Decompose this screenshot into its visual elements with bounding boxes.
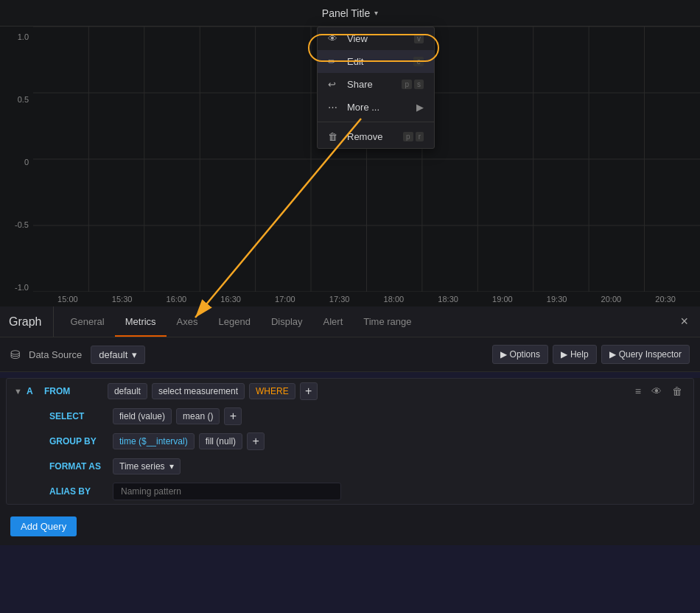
format-as-label: FORMAT AS [49, 461, 108, 472]
query-inspector-button[interactable]: ▶ Query Inspector [601, 345, 690, 364]
row-hamburger-button[interactable]: ≡ [631, 384, 645, 399]
options-arrow-icon: ▶ [500, 349, 507, 360]
y-axis: 1.0 0.5 0 -0.5 -1.0 [0, 27, 33, 306]
tab-metrics[interactable]: Metrics [115, 306, 167, 337]
x-tick: 16:30 [220, 295, 241, 304]
from-add-button[interactable]: + [300, 382, 318, 400]
y-axis-value: 0.5 [18, 95, 29, 104]
time-interval-tag[interactable]: time ($__interval) [113, 433, 195, 449]
y-axis-value: 0 [24, 158, 29, 167]
query-row-a: ▼ A FROM default select measurement WHER… [6, 378, 694, 505]
tab-general-label: General [70, 316, 104, 327]
menu-divider [318, 122, 434, 122]
alias-by-row: ALIAS BY [7, 479, 693, 504]
menu-edit-shortcut: e [413, 57, 424, 66]
shortcut-kbd-s: s [414, 80, 424, 89]
y-axis-value: 1.0 [18, 32, 29, 41]
where-tag[interactable]: WHERE [249, 383, 295, 399]
datasource-select[interactable]: default ▾ [91, 346, 145, 364]
help-label: Help [570, 349, 589, 360]
tab-general[interactable]: General [60, 306, 114, 337]
alias-by-label: ALIAS BY [49, 486, 108, 497]
y-axis-value: -1.0 [15, 283, 29, 292]
shortcut-kbd: v [414, 34, 424, 43]
menu-item-remove[interactable]: 🗑 Remove p r [318, 125, 434, 148]
menu-share-shortcut: p s [402, 80, 424, 89]
x-tick: 17:00 [275, 295, 295, 304]
group-by-label: GROUP BY [49, 436, 108, 446]
tab-legend-label: Legend [219, 316, 251, 327]
menu-item-more[interactable]: ⋯ More ... ▶ [318, 96, 434, 119]
edit-icon: ✏ [328, 56, 340, 67]
help-button[interactable]: ▶ Help [553, 345, 597, 364]
query-inspector-arrow-icon: ▶ [609, 349, 616, 360]
datasource-label: Data Source [29, 349, 82, 360]
x-tick: 15:30 [112, 295, 133, 304]
more-arrow-icon: ▶ [416, 102, 424, 113]
menu-remove-label: Remove [347, 131, 396, 142]
tab-axes-label: Axes [177, 316, 198, 327]
add-query-row: Add Query [0, 511, 700, 545]
x-tick: 18:30 [438, 295, 458, 304]
menu-view-label: View [347, 33, 407, 44]
x-tick: 19:30 [547, 295, 567, 304]
x-tick: 15:00 [57, 295, 78, 304]
share-icon: ↩ [328, 79, 340, 90]
shortcut-kbd-p: p [402, 80, 412, 89]
menu-share-label: Share [347, 79, 394, 90]
query-letter-a: A [27, 386, 40, 396]
select-measurement[interactable]: select measurement [152, 383, 245, 399]
options-button[interactable]: ▶ Options [492, 345, 548, 364]
tab-bar: Graph General Metrics Axes Legend Displa… [0, 306, 700, 337]
group-by-row: GROUP BY time ($__interval) fill (null) … [7, 429, 693, 454]
datasource-row: ⛁ Data Source default ▾ ▶ Options ▶ Help… [0, 337, 700, 372]
alias-by-input[interactable] [113, 483, 341, 500]
datasource-actions: ▶ Options ▶ Help ▶ Query Inspector [492, 345, 690, 364]
x-tick: 19:00 [492, 295, 513, 304]
tab-alert-label: Alert [323, 316, 343, 327]
from-measurement[interactable]: default [108, 383, 147, 399]
select-label: SELECT [49, 411, 108, 421]
fill-tag[interactable]: fill (null) [199, 433, 242, 449]
field-value-tag[interactable]: field (value) [113, 408, 172, 424]
add-query-button[interactable]: Add Query [10, 516, 77, 536]
tab-time-range[interactable]: Time range [353, 306, 421, 337]
tab-time-range-label: Time range [363, 316, 411, 327]
x-tick: 20:00 [601, 295, 622, 304]
x-tick: 20:30 [655, 295, 676, 304]
view-icon: 👁 [328, 33, 340, 44]
format-as-value: Time series [119, 461, 165, 472]
close-panel-button[interactable]: × [674, 314, 694, 329]
menu-view-shortcut: v [414, 34, 424, 43]
tab-axes[interactable]: Axes [167, 306, 209, 337]
tab-alert[interactable]: Alert [313, 306, 354, 337]
shortcut-kbd-p2: p [403, 132, 413, 141]
query-toggle[interactable]: ▼ [14, 387, 22, 396]
shortcut-kbd: e [413, 57, 424, 66]
menu-item-edit[interactable]: ✏ Edit e [318, 50, 434, 73]
menu-edit-label: Edit [347, 56, 406, 67]
menu-item-share[interactable]: ↩ Share p s [318, 73, 434, 96]
select-add-button[interactable]: + [224, 407, 242, 425]
shortcut-kbd-r: r [416, 132, 424, 141]
x-tick: 16:00 [167, 295, 187, 304]
tab-display[interactable]: Display [261, 306, 313, 337]
mean-tag[interactable]: mean () [176, 408, 220, 424]
from-label: FROM [44, 386, 103, 396]
options-label: Options [510, 349, 540, 360]
group-by-add-button[interactable]: + [247, 432, 265, 450]
menu-remove-shortcut: p r [403, 132, 424, 141]
row-delete-button[interactable]: 🗑 [668, 384, 686, 399]
tab-legend[interactable]: Legend [209, 306, 261, 337]
row-eye-button[interactable]: 👁 [648, 384, 665, 399]
panel-title-chevron-icon: ▾ [374, 9, 378, 17]
menu-more-label: More ... [347, 102, 409, 113]
datasource-dropdown-icon: ▾ [132, 349, 137, 360]
from-row: ▼ A FROM default select measurement WHER… [7, 379, 693, 404]
help-arrow-icon: ▶ [561, 349, 567, 360]
format-as-select[interactable]: Time series ▾ [113, 458, 181, 474]
remove-icon: 🗑 [328, 131, 340, 142]
format-as-row: FORMAT AS Time series ▾ [7, 454, 693, 479]
panel-title-button[interactable]: Panel Title ▾ [322, 7, 378, 19]
menu-item-view[interactable]: 👁 View v [318, 27, 434, 50]
